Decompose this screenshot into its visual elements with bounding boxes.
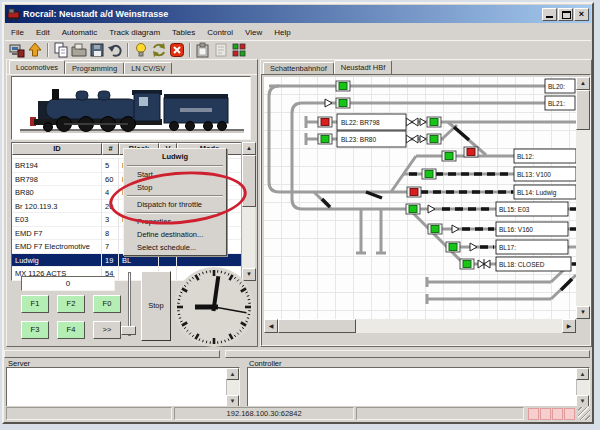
menu-item-control[interactable]: Control <box>201 25 239 40</box>
scroll-up-icon[interactable]: ▲ <box>576 368 589 380</box>
server-log[interactable]: ▲ ▼ <box>6 367 240 408</box>
scrollbar-thumb[interactable] <box>576 90 590 130</box>
status-lamp-icon <box>540 408 551 420</box>
slider-thumb[interactable] <box>121 326 136 335</box>
scroll-down-icon[interactable]: ▼ <box>576 306 590 319</box>
menu-item-view[interactable]: View <box>239 25 268 40</box>
signal-bl18[interactable] <box>460 259 474 269</box>
open-workspace-icon[interactable] <box>70 41 88 58</box>
scrollbar-thumb[interactable] <box>278 319 356 333</box>
tab-neustadt-hbf[interactable]: Neustadt HBf <box>334 60 393 74</box>
signal-bl12-a[interactable] <box>442 151 456 161</box>
signal-bl23-entry[interactable] <box>318 134 332 144</box>
stop-button[interactable]: Stop <box>141 271 171 341</box>
track-diagram[interactable]: BL20: BL21: BL22: BR798 BL23: BR80 BL12:… <box>264 77 576 319</box>
context-menu-item-start[interactable]: Start <box>125 168 225 181</box>
block-label-bl20[interactable]: BL20: <box>548 83 565 90</box>
controller-log[interactable]: ▲ ▼ <box>247 367 590 408</box>
status-cell-empty <box>6 407 172 420</box>
block-label-bl21[interactable]: BL21: <box>548 100 565 107</box>
context-menu-item-properties[interactable]: Properties <box>125 215 225 228</box>
menu-item-file[interactable]: File <box>5 25 30 40</box>
save-icon[interactable] <box>88 41 106 58</box>
signal-bl16[interactable] <box>428 224 442 234</box>
menu-item-automatic[interactable]: Automatic <box>56 25 104 40</box>
minimize-button[interactable] <box>542 8 557 21</box>
cell: BR194 <box>12 159 102 173</box>
scroll-up-icon[interactable]: ▲ <box>226 368 239 380</box>
block-label-bl18[interactable]: BL18: CLOSED <box>499 261 545 268</box>
signal-bl22-entry[interactable] <box>318 117 332 127</box>
signal-bl14[interactable] <box>407 187 421 197</box>
close-button[interactable]: × <box>574 8 589 21</box>
block-label-bl23[interactable]: BL23: BR80 <box>341 136 376 143</box>
signal-bl22-exit[interactable] <box>427 117 441 127</box>
scroll-right-icon[interactable]: ▶ <box>562 319 576 333</box>
tab-ln-cv-sv[interactable]: LN CV/SV <box>124 62 172 74</box>
cell: Br 120.119.3 <box>12 200 102 214</box>
signal-bl15[interactable] <box>406 204 420 214</box>
context-menu-item-stop[interactable]: Stop <box>125 181 225 194</box>
scrollbar-thumb[interactable] <box>242 155 256 207</box>
table-scrollbar[interactable]: ▲ ▼ <box>241 142 255 281</box>
connect-server-icon[interactable] <box>8 41 26 58</box>
cell: 19 <box>102 254 119 268</box>
track-diagram-icon[interactable] <box>230 41 248 58</box>
function-button-f1[interactable]: F1 <box>21 295 49 313</box>
function-button-f0[interactable]: F0 <box>93 295 121 313</box>
power-on-icon[interactable] <box>26 41 44 58</box>
block-label-bl14[interactable]: BL14: Ludwig <box>517 189 557 197</box>
cell: 7 <box>102 240 119 254</box>
throttle-slider[interactable] <box>119 270 139 344</box>
block-label-bl16[interactable]: BL16: V160 <box>499 226 533 233</box>
signal-bl20[interactable] <box>336 81 350 91</box>
toolbar-separator <box>47 43 49 57</box>
context-menu-item-dispatch-for-throttle[interactable]: Dispatch for throttle <box>125 198 225 211</box>
menu-item-help[interactable]: Help <box>268 25 296 40</box>
emergency-stop-icon[interactable] <box>168 41 186 58</box>
signal-bl13[interactable] <box>422 169 436 179</box>
block-label-bl12[interactable]: BL12: <box>517 153 534 160</box>
signal-bl17[interactable] <box>446 242 460 252</box>
title-bar[interactable]: Rocrail: Neustadt a/d Weinstrasse × <box>5 5 591 23</box>
function-button-f2[interactable]: F2 <box>57 295 85 313</box>
diagram-vertical-scrollbar[interactable]: ▲ ▼ <box>576 77 590 319</box>
function-button-[interactable]: >> <box>93 321 121 339</box>
block-label-bl17[interactable]: BL17: <box>499 244 516 251</box>
menu-separator <box>127 195 223 197</box>
auto-mode-icon[interactable] <box>150 41 168 58</box>
context-menu-item-select-schedule[interactable]: Select schedule... <box>125 241 225 254</box>
block-label-bl13[interactable]: BL13: V100 <box>517 171 551 178</box>
left-tab-strip: LocomotivesProgrammingLN CV/SV <box>9 60 172 74</box>
tab-locomotives[interactable]: Locomotives <box>9 60 65 74</box>
menu-item-track-diagram[interactable]: Track diagram <box>103 25 166 40</box>
block-label-bl22[interactable]: BL22: BR798 <box>341 119 380 126</box>
function-button-f4[interactable]: F4 <box>57 321 85 339</box>
copy-icon[interactable] <box>52 41 70 58</box>
block-label-bl15[interactable]: BL15: E03 <box>499 206 530 213</box>
resize-grip[interactable] <box>578 407 590 420</box>
tab-schattenbahnhof[interactable]: Schattenbahnhof <box>263 62 334 74</box>
signal-bl23-exit[interactable] <box>427 134 441 144</box>
signal-bl12-b[interactable] <box>464 147 478 157</box>
context-menu-item-define-destination[interactable]: Define destination... <box>125 228 225 241</box>
tab-programming[interactable]: Programming <box>65 62 124 74</box>
scroll-up-icon[interactable]: ▲ <box>242 142 256 155</box>
diagram-content: BL20: BL21: BL22: BR798 BL23: BR80 BL12:… <box>261 74 591 346</box>
menu-item-tables[interactable]: Tables <box>166 25 201 40</box>
scroll-up-icon[interactable]: ▲ <box>576 77 590 90</box>
power-lamp-icon[interactable] <box>132 41 150 58</box>
column-header-id[interactable]: ID <box>12 143 102 155</box>
undo-icon[interactable] <box>106 41 124 58</box>
menu-item-edit[interactable]: Edit <box>30 25 56 40</box>
maximize-button[interactable] <box>558 8 573 21</box>
signal-bl21[interactable] <box>336 98 350 108</box>
diagram-horizontal-scrollbar[interactable]: ◀ ▶ <box>264 319 576 333</box>
cv-programming-icon[interactable] <box>212 41 230 58</box>
splitter-left[interactable] <box>4 350 220 358</box>
column-header-[interactable]: # <box>102 143 119 155</box>
clipboard-icon[interactable] <box>194 41 212 58</box>
function-button-f3[interactable]: F3 <box>21 321 49 339</box>
splitter-right[interactable] <box>225 350 590 358</box>
scroll-left-icon[interactable]: ◀ <box>264 319 278 333</box>
